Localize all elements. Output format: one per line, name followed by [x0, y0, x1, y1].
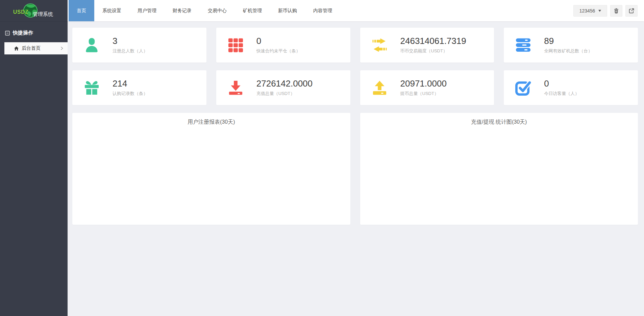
home-icon	[14, 46, 19, 51]
gift-icon	[84, 80, 100, 96]
stat-value: 20971.0000	[400, 79, 447, 89]
stat-label: 全网有效矿机总数（台）	[544, 48, 592, 54]
header-actions: 123456	[573, 0, 638, 21]
stat-label: 快速合约未平仓（条）	[256, 48, 300, 54]
stat-value: 89	[544, 36, 592, 46]
chart-panels: 用户注册报表(30天) 充值/提现 统计图(30天)	[72, 113, 638, 225]
main-content: 3 注册总人数（人） 0 快速合约未平仓（条）	[68, 21, 644, 316]
logout-button[interactable]	[625, 5, 638, 17]
stat-label: 提币总量（USDT）	[400, 91, 447, 97]
trash-button[interactable]	[610, 5, 622, 17]
stat-value: 0	[544, 79, 579, 89]
chevron-right-icon	[60, 46, 64, 50]
sidebar: 快捷操作 后台首页	[0, 21, 68, 316]
server-stack-icon	[515, 37, 531, 53]
user-dropdown-label: 123456	[579, 8, 595, 14]
nav-tab-trade-center[interactable]: 交易中心	[200, 0, 235, 21]
stat-card-subscription-records: 214 认购记录数（条）	[72, 70, 206, 105]
collapse-minus-square-icon	[5, 31, 10, 35]
stat-value: 2726142.0000	[256, 79, 313, 89]
stat-card-total-deposits: 2726142.0000 充值总量（USDT）	[216, 70, 350, 105]
user-dropdown[interactable]: 123456	[573, 5, 607, 17]
download-icon	[228, 80, 244, 96]
nav-tab-finance-records[interactable]: 财务记录	[165, 0, 200, 21]
stat-card-open-contracts: 0 快速合约未平仓（条）	[216, 28, 350, 63]
chart-title: 用户注册报表(30天)	[72, 113, 350, 126]
logout-icon	[629, 8, 634, 14]
sidebar-section-title: 快捷操作	[13, 30, 33, 36]
stat-label: 认购记录数（条）	[113, 91, 148, 97]
chart-title: 充值/提现 统计图(30天)	[360, 113, 638, 126]
stat-value: 246314061.7319	[400, 36, 466, 46]
chart-panel-deposit-withdrawal: 充值/提现 统计图(30天)	[360, 113, 638, 225]
brand-logo: USDZ 管理系统	[0, 0, 68, 21]
stat-cards: 3 注册总人数（人） 0 快速合约未平仓（条）	[72, 28, 638, 105]
stat-value: 3	[113, 36, 148, 46]
swap-arrows-icon	[372, 37, 388, 53]
sidebar-item-label: 后台首页	[22, 45, 41, 51]
sidebar-section-quick-actions[interactable]: 快捷操作	[0, 30, 68, 36]
nav-tab-user-management[interactable]: 用户管理	[129, 0, 165, 21]
grid-icon	[228, 37, 244, 53]
app-title: 管理系统	[33, 11, 53, 18]
nav-tab-content-management[interactable]: 内容管理	[305, 0, 340, 21]
stat-card-registered-users: 3 注册总人数（人）	[72, 28, 206, 63]
chart-panel-user-registration: 用户注册报表(30天)	[72, 113, 350, 225]
nav-tab-home[interactable]: 首页	[69, 0, 94, 21]
chart-area-user-registration	[72, 126, 350, 220]
stat-card-active-miners: 89 全网有效矿机总数（台）	[504, 28, 638, 63]
caret-down-icon	[598, 10, 601, 12]
main-nav: 首页 系统设置 用户管理 财务记录 交易中心 矿机管理 新币认购 内容管理	[69, 0, 340, 21]
stat-value: 0	[256, 36, 300, 46]
stat-card-today-visitors: 0 今日访客量（人）	[504, 70, 638, 105]
chart-area-deposit-withdrawal	[360, 126, 638, 220]
app-root: USDZ 管理系统 首页 系统设置 用户管理 财务记录 交易中心 矿机管理 新币…	[0, 0, 644, 316]
stat-label: 注册总人数（人）	[113, 48, 148, 54]
stat-card-trade-volume: 246314061.7319 币币交易额度（USDT）	[360, 28, 494, 63]
stat-card-total-withdrawals: 20971.0000 提币总量（USDT）	[360, 70, 494, 105]
check-square-icon	[515, 80, 531, 96]
stat-value: 214	[113, 79, 148, 89]
sidebar-item-backend-home[interactable]: 后台首页	[4, 42, 68, 54]
header: USDZ 管理系统 首页 系统设置 用户管理 财务记录 交易中心 矿机管理 新币…	[0, 0, 644, 21]
nav-tab-new-coin-subscription[interactable]: 新币认购	[270, 0, 305, 21]
trash-icon	[614, 8, 619, 14]
stat-label: 充值总量（USDT）	[256, 91, 313, 97]
upload-icon	[372, 80, 388, 96]
brand-text: USDZ	[13, 9, 29, 15]
nav-tab-system-settings[interactable]: 系统设置	[94, 0, 129, 21]
nav-tab-miner-management[interactable]: 矿机管理	[235, 0, 270, 21]
user-icon	[84, 37, 100, 53]
stat-label: 今日访客量（人）	[544, 91, 579, 97]
stat-label: 币币交易额度（USDT）	[400, 48, 466, 54]
